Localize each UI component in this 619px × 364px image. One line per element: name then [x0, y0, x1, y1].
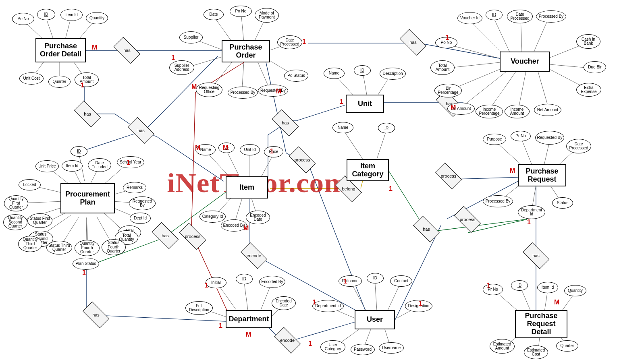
entity-user: User: [355, 310, 395, 329]
card-1: 1: [527, 219, 531, 226]
attr-pod-id: ID: [37, 9, 55, 20]
card-1: 1: [205, 282, 208, 289]
attr-v-total: Total Amount: [430, 60, 455, 75]
rel-has-pplan-po: has: [129, 124, 153, 137]
attr-plan-s1: Status First Quarter: [27, 213, 52, 228]
svg-line-34: [343, 129, 363, 159]
entity-purchase-order-detail: Purchase Order Detail: [35, 38, 86, 62]
attr-v-birpct: Bir Percentage: [434, 84, 462, 97]
entity-voucher: Voucher: [500, 52, 550, 72]
attr-plan-dateenc: Date Encoded: [88, 158, 111, 172]
attr-pr-prno: Pr No: [511, 131, 531, 141]
attr-plan-unitprice: Unit Price: [35, 160, 59, 172]
attr-po-supplier: Supplier: [179, 31, 203, 43]
rel-belong-item-cat: belong: [337, 182, 361, 196]
attr-pod-pono: Po No: [12, 13, 34, 25]
attr-pod-quarter: Quarter: [48, 76, 71, 88]
attr-po-reqby: Requested By: [258, 85, 288, 97]
attr-plan-q2: Quantity Second Quarter: [3, 214, 27, 230]
attr-user-pw: Password: [351, 344, 375, 355]
attr-plan-locked: Locked: [19, 179, 41, 190]
attr-prd-qty: Quantity: [564, 285, 586, 296]
rel-process-dept: process: [181, 230, 205, 243]
svg-line-35: [377, 129, 387, 159]
rel-has-po-voucher: has: [401, 35, 425, 49]
rel-encode-item-user: encode: [242, 249, 266, 263]
card-1: 1: [312, 299, 316, 306]
svg-line-43: [495, 141, 524, 167]
rel-has-pplan-dept: has: [84, 308, 108, 322]
entity-purchase-request: Purchase Request: [518, 164, 566, 186]
attr-pr-reqby: Requested By: [535, 131, 564, 145]
attr-plan-s4: Status Fourth Quarter: [102, 239, 126, 255]
attr-plan-q1: Quantity First Quarter: [4, 195, 28, 211]
card-m: M: [92, 44, 97, 51]
attr-v-procby: Processed By: [536, 10, 566, 23]
svg-line-17: [469, 20, 504, 54]
attr-user-un: Username: [379, 342, 404, 354]
attr-plan-s3: Status Third Quarter: [46, 241, 72, 254]
card-m: M: [276, 88, 281, 95]
entity-purchase-request-detail: Purchase Request Detail: [515, 310, 567, 338]
rel-has-pr-prd: has: [524, 249, 548, 263]
attr-pod-qty: Quantity: [86, 12, 108, 24]
attr-pod-unitcost: Unit Cost: [19, 72, 44, 85]
attr-v-extra: Extra Expense: [576, 83, 601, 97]
attr-pr-status: Status: [552, 197, 573, 209]
card-1: 1: [344, 278, 347, 285]
attr-plan-status: Plan Status: [73, 258, 99, 270]
attr-pr-dateproc: Date Processed: [566, 139, 591, 153]
svg-line-18: [493, 16, 510, 52]
attr-plan-q4: Quantity Fourth Quarter: [75, 240, 100, 256]
attr-item-encdate: Encoded Date: [246, 211, 270, 224]
attr-pr-procby: Processed By: [483, 195, 513, 207]
attr-plan-q3: Quantity Third Quarter: [18, 236, 42, 252]
rel-process-user-prd: process: [455, 213, 480, 226]
attr-cat-name: Name: [332, 122, 353, 133]
attr-prd-estamt: Estimated Amount: [490, 339, 515, 354]
card-1: 1: [302, 38, 306, 46]
card-m: M: [191, 83, 197, 91]
svg-line-20: [534, 17, 549, 52]
card-m: M: [243, 225, 249, 232]
attr-v-cash: Cash in Bank: [576, 34, 600, 49]
entity-item: Item: [226, 176, 268, 199]
attr-user-id: ID: [367, 273, 384, 283]
card-1: 1: [308, 340, 312, 347]
svg-line-21: [447, 44, 500, 58]
rel-process-user-pr: process: [436, 169, 461, 183]
attr-prd-prno: Pr No: [483, 284, 503, 295]
attr-pr-purpose: Purpose: [483, 134, 506, 145]
svg-line-70: [244, 280, 248, 310]
attr-prd-quarter: Quarter: [556, 340, 578, 352]
attr-dept-initial: Initial: [206, 277, 226, 288]
rel-has-pod-item: has: [75, 107, 100, 121]
card-m: M: [246, 331, 251, 338]
attr-plan-deptid: Dept Id: [130, 213, 151, 224]
attr-prd-estcost: Estimated Cost: [524, 345, 548, 359]
card-1: 1: [270, 148, 274, 155]
attr-v-incpct: Income Percentage: [476, 105, 503, 118]
rel-has-item-pplan: has: [153, 229, 177, 242]
entity-department: Department: [226, 310, 272, 328]
card-1: 1: [171, 54, 175, 62]
attr-v-dateproc: Date Processed: [507, 10, 533, 23]
attr-user-full: Fullname: [339, 275, 362, 287]
rel-process-po-item: process: [290, 153, 314, 167]
card-m: M: [195, 144, 200, 151]
card-1: 1: [82, 269, 86, 276]
attr-prd-itemid: Item Id: [537, 282, 558, 293]
attr-v-vid: Voucher Id: [457, 12, 482, 24]
attr-po-dateproc: Date Processed: [277, 35, 302, 49]
card-1: 1: [127, 159, 130, 166]
attr-po-supaddr: Supplier Address: [169, 60, 194, 75]
attr-prd-id: ID: [511, 280, 528, 291]
attr-unit-id: ID: [354, 65, 371, 76]
attr-unit-name: Name: [324, 68, 345, 79]
attr-dept-encdate: Encoded Date: [272, 296, 296, 310]
svg-line-69: [218, 284, 238, 312]
attr-po-date: Date: [204, 9, 224, 20]
card-m: M: [554, 299, 559, 306]
attr-po-status: Po Status: [284, 70, 308, 82]
attr-po-mode: Mode of Payment: [255, 8, 279, 23]
